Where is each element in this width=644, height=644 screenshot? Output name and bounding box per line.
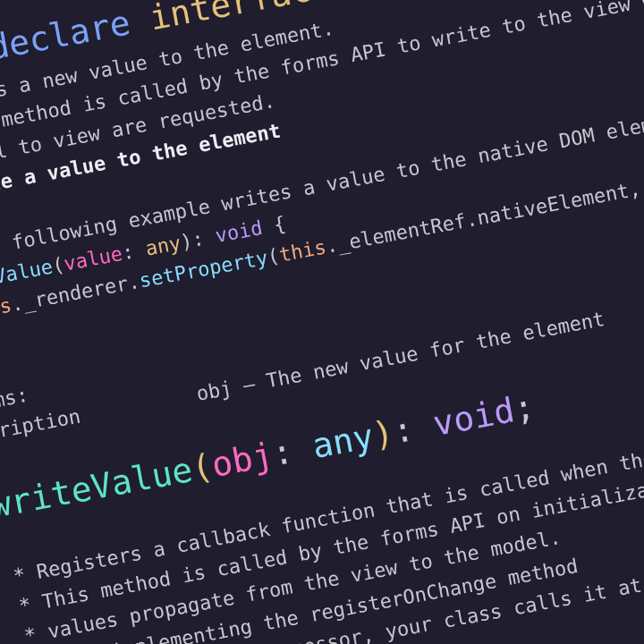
code-editor-surface: integrates with A DefaultValueAccessor e… [0,0,644,644]
